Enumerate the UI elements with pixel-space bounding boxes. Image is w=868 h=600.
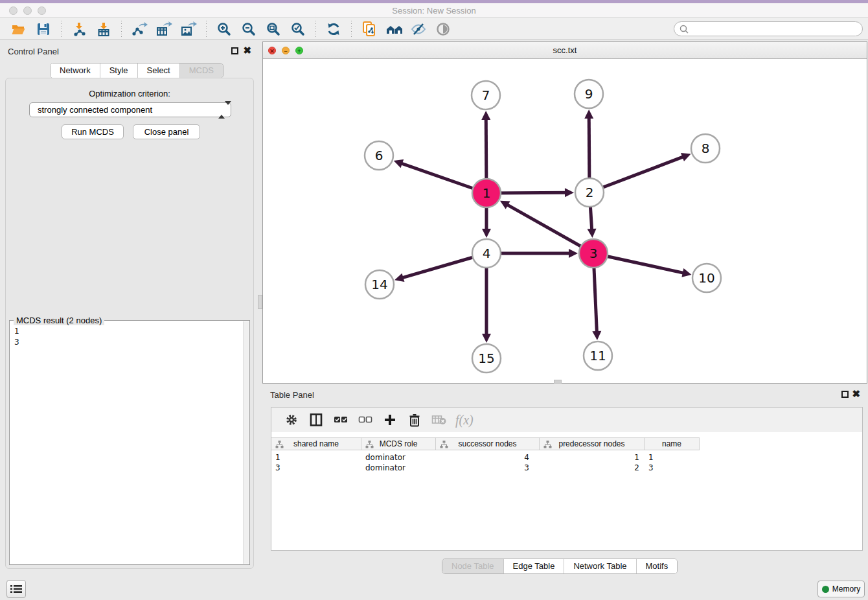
memory-status-icon	[822, 586, 829, 593]
column-label: successor nodes	[458, 439, 516, 448]
tab-style[interactable]: Style	[100, 63, 137, 78]
refresh-button[interactable]	[325, 21, 342, 38]
refresh-icon	[326, 21, 341, 37]
cell-successor-nodes[interactable]: 3	[436, 463, 540, 474]
cell-predecessor-nodes[interactable]: 1	[540, 453, 645, 463]
cell-shared-name[interactable]: 3	[271, 463, 361, 474]
control-panel: Control Panel ✖ Network Style Select MCD…	[0, 41, 259, 575]
export-network-button[interactable]	[131, 21, 148, 38]
network-canvas[interactable]: 7968124314101511	[263, 59, 867, 383]
node-label: 1	[483, 185, 491, 201]
toolbar-separator	[61, 21, 62, 38]
zoom-in-button[interactable]	[216, 21, 233, 38]
select-all-button[interactable]	[332, 411, 349, 428]
export-image-button[interactable]	[180, 21, 197, 38]
tab-edge-table[interactable]: Edge Table	[503, 559, 564, 573]
add-row-button[interactable]	[382, 411, 398, 428]
import-table-button[interactable]	[95, 21, 112, 38]
close-panel-button[interactable]: Close panel	[133, 124, 200, 139]
node-table-container: f(x) shared name MCDS role successor nod…	[271, 407, 863, 551]
trash-icon	[408, 413, 421, 427]
column-header-mcds-role[interactable]: MCDS role	[361, 437, 436, 450]
memory-button[interactable]: Memory	[817, 581, 865, 597]
zoom-selected-button[interactable]	[290, 21, 306, 38]
deselect-all-button[interactable]	[357, 411, 374, 428]
toolbar-separator	[206, 21, 207, 38]
cell-shared-name[interactable]: 1	[271, 453, 361, 463]
tab-mcds[interactable]: MCDS	[179, 63, 223, 78]
tab-network-table[interactable]: Network Table	[564, 559, 635, 573]
edge-2-8[interactable]	[589, 156, 684, 192]
gear-icon	[285, 413, 298, 426]
toggle-details-button[interactable]	[435, 21, 451, 38]
zoom-selected-icon	[290, 21, 306, 37]
toolbar-separator	[121, 21, 122, 38]
mcds-result-list: 1 3	[14, 326, 19, 348]
two-houses-icon	[385, 21, 402, 37]
column-header-successor-nodes[interactable]: successor nodes	[436, 437, 540, 450]
network-window-titlebar[interactable]: ✕ – + scc.txt	[263, 42, 867, 59]
attribute-tree-icon	[440, 441, 448, 448]
delete-table-button[interactable]	[431, 411, 448, 428]
float-panel-icon[interactable]	[231, 47, 238, 54]
zoom-out-icon	[241, 21, 257, 37]
function-builder-button[interactable]: f(x)	[455, 413, 474, 428]
cell-successor-nodes[interactable]: 4	[436, 453, 540, 463]
cell-mcds-role[interactable]: dominator	[361, 453, 436, 463]
edge-arrowhead	[588, 229, 597, 238]
table-row[interactable]: 1 dominator 4 1 1	[271, 453, 700, 463]
task-history-button[interactable]	[6, 580, 26, 598]
toolbar-separator	[351, 21, 352, 38]
close-panel-icon[interactable]: ✖	[852, 388, 860, 400]
delete-table-icon	[431, 414, 447, 426]
run-mcds-button[interactable]: Run MCDS	[62, 124, 124, 139]
zoom-in-icon	[216, 21, 232, 37]
search-input[interactable]	[691, 24, 853, 34]
contrast-eye-icon	[435, 21, 451, 37]
search-box[interactable]	[674, 21, 863, 36]
column-header-name[interactable]: name	[645, 437, 700, 450]
column-label: name	[662, 439, 681, 448]
delete-row-button[interactable]	[406, 411, 423, 428]
cell-name[interactable]: 1	[645, 453, 700, 463]
cell-mcds-role[interactable]: dominator	[361, 463, 436, 474]
zoom-out-button[interactable]	[240, 21, 257, 38]
import-table-icon	[96, 21, 111, 37]
open-file-button[interactable]	[10, 21, 27, 38]
close-panel-icon[interactable]: ✖	[243, 45, 251, 56]
plus-icon	[383, 413, 396, 426]
tab-node-table[interactable]: Node Table	[442, 559, 503, 573]
column-header-predecessor-nodes[interactable]: predecessor nodes	[540, 437, 645, 450]
attribute-tree-icon	[275, 441, 284, 448]
zoom-fit-button[interactable]	[265, 21, 282, 38]
horizontal-splitter-handle[interactable]	[554, 380, 562, 384]
node-label: 11	[589, 348, 606, 363]
column-label: shared name	[293, 439, 339, 448]
mcds-result-title: MCDS result (2 nodes)	[14, 316, 104, 325]
export-image-icon	[180, 21, 197, 37]
optimization-criterion-select[interactable]: strongly connected component	[29, 102, 231, 117]
result-scrollbar[interactable]	[243, 321, 249, 564]
show-columns-button[interactable]	[308, 411, 325, 428]
cell-name[interactable]: 3	[645, 463, 700, 474]
cell-predecessor-nodes[interactable]: 2	[540, 463, 645, 474]
vertical-splitter-handle[interactable]	[258, 295, 262, 309]
table-row[interactable]: 3 dominator 3 2 3	[271, 463, 700, 474]
float-panel-icon[interactable]	[841, 391, 849, 398]
tab-network[interactable]: Network	[51, 63, 100, 78]
node-label: 8	[702, 141, 710, 156]
duplicate-network-button[interactable]	[361, 21, 378, 38]
table-settings-button[interactable]	[283, 411, 300, 428]
mcds-result-line: 1	[14, 326, 19, 337]
import-network-icon	[71, 21, 87, 37]
column-header-shared-name[interactable]: shared name	[271, 437, 361, 450]
tab-motifs[interactable]: Motifs	[636, 559, 678, 573]
save-session-button[interactable]	[35, 21, 52, 38]
first-neighbors-button[interactable]	[385, 21, 402, 38]
network-view-title: scc.txt	[263, 45, 867, 55]
node-label: 7	[482, 87, 490, 103]
tab-select[interactable]: Select	[137, 63, 179, 78]
export-table-button[interactable]	[155, 21, 172, 38]
import-network-button[interactable]	[71, 21, 87, 38]
hide-details-button[interactable]	[410, 21, 427, 38]
